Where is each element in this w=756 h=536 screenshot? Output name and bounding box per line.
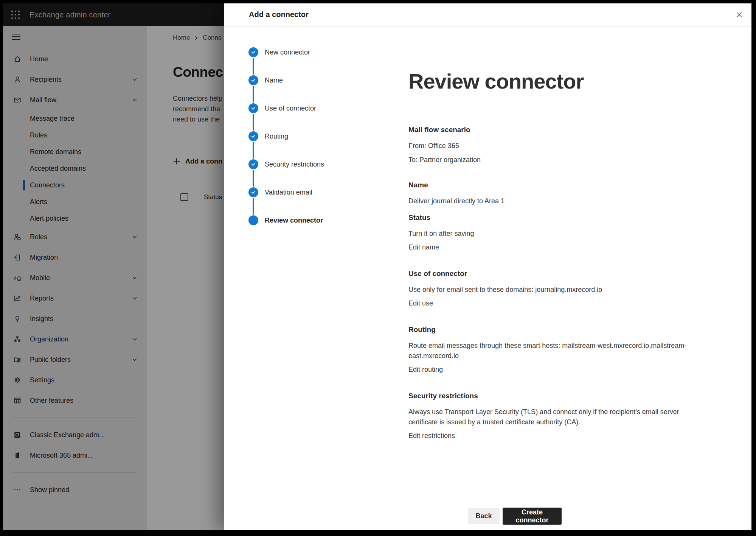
- section-heading-use-of-connector: Use of connector: [408, 268, 729, 279]
- routing-value: Route email messages through these smart…: [408, 341, 707, 361]
- status-value: Turn it on after saving: [408, 229, 707, 239]
- step-security-restrictions[interactable]: Security restrictions: [248, 150, 380, 178]
- section-heading-routing: Routing: [408, 324, 729, 335]
- step-use-of-connector[interactable]: Use of connector: [248, 94, 380, 122]
- step-review-connector[interactable]: Review connector: [248, 206, 380, 234]
- wizard-stepper: New connector Name Use of connector Rout…: [224, 27, 380, 501]
- step-new-connector[interactable]: New connector: [248, 38, 380, 66]
- back-button[interactable]: Back: [468, 508, 500, 524]
- connector-name-value: Deliver journal directly to Area 1: [408, 196, 707, 206]
- step-complete-check-icon: [248, 131, 258, 141]
- mail-flow-from: From: Office 365: [408, 141, 707, 151]
- step-complete-check-icon: [248, 75, 258, 85]
- security-restrictions-value: Always use Transport Layer Security (TLS…: [408, 407, 707, 427]
- edit-use-link[interactable]: Edit use: [408, 298, 433, 309]
- step-complete-check-icon: [248, 187, 258, 197]
- step-routing[interactable]: Routing: [248, 122, 380, 150]
- step-complete-check-icon: [248, 103, 258, 113]
- use-of-connector-value: Use only for email sent to these domains…: [408, 285, 707, 295]
- section-heading-mail-flow-scenario: Mail flow scenario: [408, 125, 729, 135]
- step-complete-check-icon: [248, 47, 258, 57]
- section-heading-security-restrictions: Security restrictions: [408, 391, 729, 401]
- step-validation-email[interactable]: Validation email: [248, 178, 380, 206]
- add-connector-dialog: Add a connector New connector Name Use o…: [224, 3, 751, 530]
- review-panel: Review connector Mail flow scenario From…: [380, 27, 751, 501]
- section-heading-name: Name: [408, 180, 729, 190]
- section-heading-status: Status: [408, 212, 729, 223]
- step-name[interactable]: Name: [248, 66, 380, 94]
- mail-flow-to: To: Partner organization: [408, 155, 707, 165]
- edit-restrictions-link[interactable]: Edit restrictions: [408, 431, 455, 441]
- step-current-dot-icon: [248, 215, 258, 225]
- create-connector-button[interactable]: Create connector: [503, 508, 562, 525]
- close-button[interactable]: [733, 9, 745, 21]
- dialog-header: Add a connector: [224, 3, 751, 26]
- dialog-title: Add a connector: [249, 10, 309, 19]
- step-complete-check-icon: [248, 159, 258, 169]
- dialog-footer: Back Create connector: [224, 501, 751, 530]
- app-window: Exchange admin center Home Recipients Ma…: [3, 3, 751, 530]
- edit-routing-link[interactable]: Edit routing: [408, 365, 443, 375]
- close-icon: [736, 11, 743, 19]
- edit-name-link[interactable]: Edit name: [408, 242, 439, 252]
- review-title: Review connector: [408, 69, 729, 93]
